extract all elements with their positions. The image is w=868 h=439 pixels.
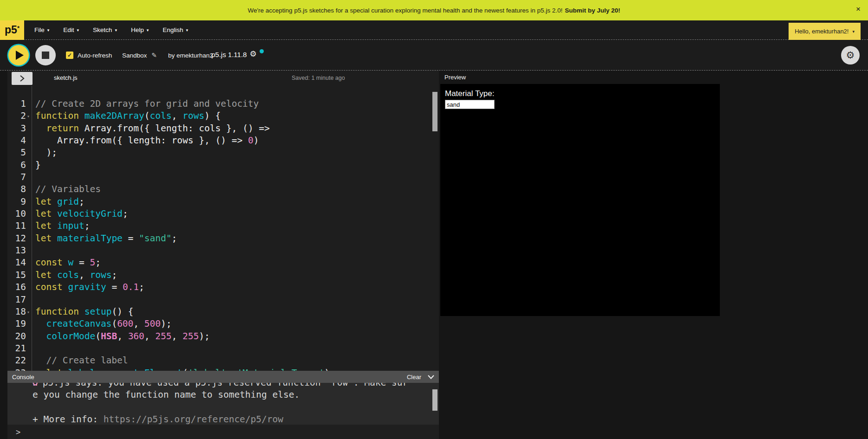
chevron-down-icon: ▾ [77,28,79,32]
code-line: 12let materialType = "sand"; [7,232,439,245]
auto-refresh-checkbox[interactable]: ✓ [66,52,73,59]
line-number: 18 [7,306,26,318]
auto-refresh-label: Auto-refresh [78,52,112,59]
code-line: 4 Array.from({ length: rows }, () => 0) [7,135,439,147]
line-number: 9 [7,196,26,208]
stop-icon [42,52,49,59]
line-number: 2 [7,110,26,122]
chevron-down-icon: ▾ [186,28,188,32]
code-line: 22 // Create label [7,355,439,367]
editor-pane: sketch.js Saved: 1 minute ago 1// Create… [7,71,439,439]
project-owner: by emekturhan2 [168,52,213,59]
line-number: 7 [7,171,26,183]
code-line: 2▾function make2DArray(cols, rows) { [7,110,439,122]
chevron-down-icon: ▾ [115,28,117,32]
fold-arrow-icon[interactable]: ▾ [27,306,30,318]
chevron-down-icon [428,375,434,379]
nav-bar: p5* File▾ Edit▾ Sketch▾ Help▾ English▾ H… [0,20,868,40]
settings-button[interactable]: ⚙ [841,46,860,65]
p5-logo[interactable]: p5* [0,20,24,40]
chevron-down-icon: ▾ [147,28,149,32]
line-number: 4 [7,135,26,147]
preview-title: Preview [444,74,466,81]
banner-text: We're accepting p5.js sketches for a spe… [248,7,563,14]
code-line: 16const gravity = 0.1; [7,281,439,293]
line-number: 12 [7,232,26,245]
code-line: 11let input; [7,220,439,232]
code-line: 8// Variables [7,183,439,195]
console-title: Console [12,374,34,381]
chevron-down-icon: ▾ [852,29,855,34]
chevron-down-icon: ▾ [47,28,50,32]
material-type-input[interactable] [445,100,495,109]
line-number: 15 [7,269,26,281]
console-message-line: e you change the function name to someth… [33,389,439,401]
stop-button[interactable] [35,45,56,65]
console-message-line: ✿p5.js says: you have used a p5.js reser… [33,383,439,389]
p5-version: p5.js 1.11.8 [211,51,247,58]
console-clear-button[interactable]: Clear [407,374,421,381]
file-tab-bar: sketch.js Saved: 1 minute ago [7,71,439,86]
code-line: 18▾function setup() { [7,306,439,318]
version-settings-icon[interactable]: ⚙ [249,50,256,58]
code-line: 15let cols, rows; [7,269,439,281]
code-line: 1// Create 2D arrays for grid and veloci… [7,98,439,110]
gear-icon: ⚙ [846,50,855,61]
line-number: 11 [7,220,26,232]
saved-status: Saved: 1 minute ago [292,75,345,81]
line-number: 3 [7,123,26,135]
console-panel: Console Clear ✿p5.js says: you have used… [7,371,439,439]
console-message-line [33,401,439,413]
sketch-canvas[interactable]: Material Type: [440,84,720,316]
line-number: 8 [7,183,26,195]
notification-dot [260,49,264,53]
line-number: 17 [7,294,26,306]
edit-name-icon[interactable]: ✎ [151,52,157,59]
sketch-toolbar: ✓ Auto-refresh Sandbox ✎ by emekturhan2 … [0,40,868,71]
check-icon: ✓ [67,52,72,58]
code-line: 6} [7,159,439,171]
menu-file[interactable]: File▾ [34,26,49,33]
line-number: 6 [7,159,26,171]
code-line: 3 return Array.from({ length: cols }, ()… [7,123,439,135]
reference-link[interactable]: https://p5js.org/reference/p5/row [104,414,283,425]
line-number: 13 [7,245,26,257]
console-input-row[interactable]: > [7,425,439,439]
menu-language[interactable]: English▾ [163,26,188,33]
project-name: Sandbox [122,52,147,59]
console-collapse-button[interactable] [428,375,434,379]
announcement-banner: We're accepting p5.js sketches for a spe… [0,0,868,20]
material-type-label: Material Type: [445,89,494,98]
menu-help[interactable]: Help▾ [131,26,149,33]
line-number: 20 [7,330,26,342]
code-line: 21 [7,342,439,355]
line-number: 16 [7,281,26,293]
tab-sketch-js[interactable]: sketch.js [54,74,78,81]
play-icon [16,51,24,60]
code-line: 10let velocityGrid; [7,208,439,220]
editor-scrollbar[interactable] [432,92,437,131]
code-editor[interactable]: 1// Create 2D arrays for grid and veloci… [7,86,439,371]
console-header[interactable]: Console Clear [7,371,439,383]
code-line: 23 let label = createElement('label', 'M… [7,367,439,371]
code-line: 5 ); [7,147,439,159]
console-prompt-icon: > [16,427,20,437]
banner-deadline[interactable]: Submit by July 20! [565,7,620,14]
user-account-button[interactable]: Hello, emekturhan2! ▾ [789,23,861,40]
console-scrollbar[interactable] [432,389,437,411]
expand-sidebar-button[interactable] [12,72,33,85]
line-number: 1 [7,98,26,110]
code-line: 17 [7,294,439,306]
fold-arrow-icon[interactable]: ▾ [27,110,30,123]
play-button[interactable] [8,45,29,65]
line-number: 22 [7,355,26,367]
menu-bar: File▾ Edit▾ Sketch▾ Help▾ English▾ [34,26,188,33]
menu-sketch[interactable]: Sketch▾ [93,26,117,33]
user-greeting: Hello, emekturhan2! [795,28,848,35]
p5-web-editor: We're accepting p5.js sketches for a spe… [0,0,868,439]
code-line: 19 createCanvas(600, 500); [7,318,439,330]
menu-edit[interactable]: Edit▾ [63,26,79,33]
code-line: 20 colorMode(HSB, 360, 255, 255); [7,330,439,342]
code-line: 13 [7,245,439,257]
close-icon[interactable]: × [856,5,861,14]
